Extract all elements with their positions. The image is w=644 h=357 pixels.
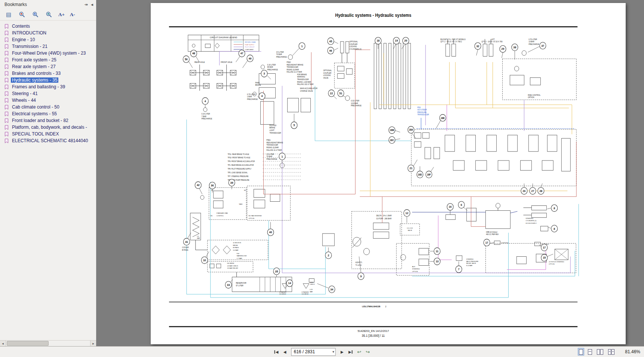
bookmark-item[interactable]: INTRODUCTION	[2, 30, 96, 36]
bookmark-icon	[4, 138, 9, 143]
diagram-line	[231, 280, 233, 282]
bookmark-options-icon[interactable]: ▤	[4, 10, 13, 19]
diagram-label: BRAKE	[255, 84, 261, 86]
diagram-label: AUX STEER	[417, 109, 427, 111]
bookmark-item[interactable]: ELECTRICAL SCHEMATIC 48144040	[2, 137, 96, 144]
bookmark-item[interactable]: Front axle system - 25	[2, 57, 96, 63]
diagram-label: 1 BAR	[247, 96, 252, 98]
diagram-component	[434, 147, 440, 159]
bookmark-item[interactable]: Wheels - 44	[2, 97, 96, 104]
previous-view-button[interactable]: ↩	[356, 348, 363, 356]
callout-label-42: 42	[197, 183, 200, 187]
bookmark-item[interactable]: Steering - 41	[2, 90, 96, 97]
diagram-component	[489, 44, 493, 57]
next-view-button[interactable]: ↪	[364, 348, 372, 356]
document-pane: Hydraulic systems - Hydraulic systems CI…	[96, 0, 644, 346]
diagram-label: TP8: PILOT PRESSURE SUPPLY	[228, 168, 252, 170]
hscroll-thumb[interactable]	[7, 341, 49, 346]
continuous-page-icon	[588, 349, 592, 355]
diagram-component	[467, 208, 476, 221]
pin-panel-icon[interactable]: ↠	[84, 2, 88, 7]
diagram-label: 5.5	[197, 235, 199, 237]
diagram-label: BACK-PRESSURE	[466, 260, 479, 262]
callout-label-16: 16	[449, 205, 452, 208]
first-page-button[interactable]: ◀	[273, 348, 280, 356]
bookmark-label: Front loader and bucket - 82	[11, 118, 70, 123]
diagram-label: STEERING	[525, 217, 533, 219]
diagram-label: TP10: FRONT BRAKE TO AXLE	[228, 157, 250, 159]
callout-label-46: 46	[329, 49, 332, 52]
diagram-label: QTY 2 - 101.6 / 57.15 X 783	[482, 41, 503, 43]
previous-page-button[interactable]: ◀	[281, 348, 289, 356]
bookmark-item[interactable]: SPECIAL TOOL INDEX	[2, 131, 96, 137]
two-page-continuous-view-button[interactable]	[607, 348, 616, 356]
diagram-component	[531, 213, 546, 217]
page-number-input[interactable]: 616 / 2831 ▾	[291, 348, 336, 356]
bookmark-item[interactable]: Frames and ballasting - 39	[2, 83, 96, 90]
callout-label-29: 29	[502, 47, 505, 51]
diagram-label: 100 MESH	[227, 262, 234, 264]
find-bookmark-icon[interactable]	[18, 10, 26, 19]
diagram-line	[334, 42, 338, 43]
callout-label-20: 20	[404, 39, 407, 42]
bookmark-item[interactable]: Transmission - 21	[2, 43, 96, 50]
bookmark-label: Rear axle system - 27	[11, 64, 57, 69]
next-page-button[interactable]: ▶	[338, 348, 346, 356]
callout-label-17: 17	[543, 246, 546, 249]
two-page-view-button[interactable]	[596, 348, 604, 356]
pdf-page: Hydraulic systems - Hydraulic systems CI…	[151, 3, 626, 344]
diagram-label: 70 BAR	[267, 156, 273, 158]
bookmark-item[interactable]: Brakes and controls - 33	[2, 70, 96, 77]
bookmark-item[interactable]: Engine - 10	[2, 36, 96, 43]
collapse-panel-icon[interactable]: ◂	[91, 2, 93, 7]
diagram-component	[393, 43, 396, 109]
bookmark-item[interactable]: Electrical systems - 55	[2, 110, 96, 117]
diagram-label: 0.28	[310, 289, 313, 290]
bookmark-item[interactable]: Rear axle system - 27	[2, 63, 96, 70]
diagram-component	[561, 138, 570, 171]
bookmark-icon	[4, 125, 9, 130]
single-page-view-button[interactable]	[578, 348, 584, 356]
bookmark-label: ELECTRICAL SCHEMATIC 48144040	[11, 138, 89, 143]
diagram-label: 95 BAR	[267, 66, 273, 68]
continuous-view-button[interactable]	[587, 348, 593, 356]
bookmark-label: Electrical systems - 55	[11, 111, 58, 116]
bookmark-item[interactable]: Contents	[2, 23, 96, 30]
diagram-line	[267, 76, 271, 79]
diagram-label: 3.4 BAR	[233, 249, 239, 251]
last-page-button[interactable]: ▶	[347, 348, 355, 356]
diagram-symbol	[496, 203, 500, 208]
diagram-symbol	[288, 55, 292, 59]
bookmark-icon	[4, 58, 9, 62]
callout-label-48: 48	[192, 52, 195, 55]
locate-bookmark-icon[interactable]	[31, 10, 40, 19]
scroll-right-icon[interactable]: ▸	[90, 341, 96, 346]
diagram-label: AUX	[412, 266, 415, 268]
expand-bookmark-icon[interactable]	[45, 10, 53, 19]
bookmarks-hscrollbar[interactable]: ◂ ▸	[0, 340, 96, 346]
diagram-line	[243, 61, 248, 68]
callout-label-28B: 28B	[390, 129, 394, 131]
increase-text-size-button[interactable]: A+	[58, 10, 65, 19]
diagram-component	[254, 189, 265, 198]
scroll-left-icon[interactable]: ◂	[0, 341, 6, 346]
bookmark-item[interactable]: Four-Wheel Drive (4WD) system - 23	[2, 50, 96, 57]
page-field-dropdown-icon[interactable]: ▾	[332, 350, 334, 354]
diagram-label: TRANSDUCER	[267, 144, 279, 146]
diagram-line	[196, 240, 208, 250]
decrease-text-size-button[interactable]: A-	[70, 10, 75, 19]
diagram-component	[528, 135, 538, 152]
diagram-label: TRANSDUCER	[286, 66, 298, 68]
diagram-component	[498, 161, 509, 170]
bookmark-item[interactable]: Platform, cab, bodywork, and decals -	[2, 124, 96, 131]
bookmark-item[interactable]: Cab climate control - 50	[2, 104, 96, 110]
diagram-label: 10 MICRON	[233, 242, 241, 244]
bookmark-item[interactable]: Front loader and bucket - 82	[2, 117, 96, 124]
bookmark-item[interactable]: Hydraulic systems - 35	[2, 77, 96, 83]
diagram-line	[471, 196, 486, 226]
callout-label-41: 41	[185, 240, 188, 243]
two-page-icon-left	[597, 349, 600, 355]
diagram-label: VENT	[310, 281, 314, 283]
diagram-label: PRECHARGE	[528, 43, 539, 45]
diagram-component	[503, 59, 577, 100]
